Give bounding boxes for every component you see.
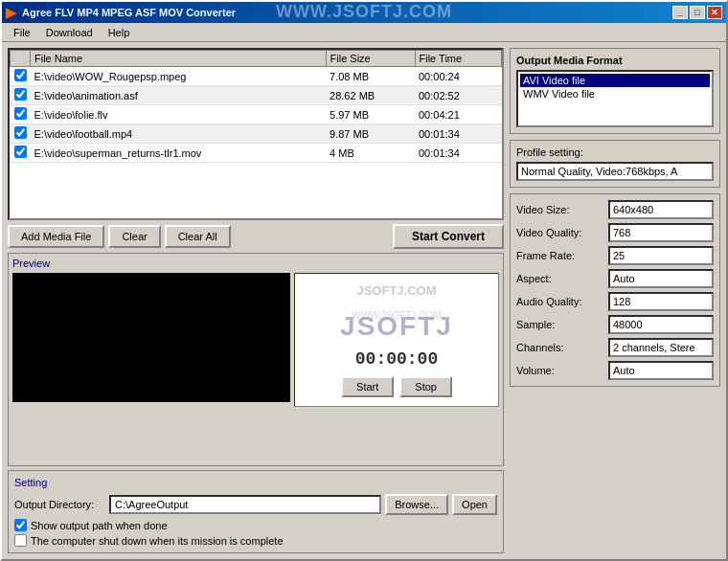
shutdown-row: The computer shut down when its mission … (14, 534, 497, 547)
col-filename: File Name (31, 51, 327, 67)
output-dir-row: Output Directory: Browse... Open (14, 494, 497, 515)
preview-section: Preview JSOFTJ.COM WWW.JSOFTJ.COM JSOFTJ… (8, 253, 504, 466)
output-dir-label: Output Directory: (14, 499, 105, 510)
format-item-wmv[interactable]: WMV Video file (520, 87, 710, 101)
show-output-checkbox[interactable] (14, 519, 27, 531)
timer-display: 00:00:00 (355, 349, 438, 369)
window-title: Agree FLV MP4 MPEG ASF MOV Converter (22, 7, 236, 18)
row-checkbox-cell (11, 86, 31, 105)
play-start-button[interactable]: Start (341, 376, 394, 397)
right-panel: Output Media Format AVI Video file WMV V… (510, 48, 720, 553)
show-output-label: Show output path when done (31, 520, 168, 531)
table-row: E:\video\football.mp4 9.87 MB 00:01:34 (11, 124, 502, 144)
menu-file[interactable]: File (6, 25, 38, 40)
file-table: File Name File Size File Time E:\video\W… (10, 50, 502, 163)
preview-watermark2: WWW.JSOFTJ.COM (352, 310, 441, 321)
video-size-row: Video Size: 640x480 (516, 200, 714, 219)
row-checkbox-cell (11, 124, 31, 144)
frame-rate-label: Frame Rate: (516, 250, 593, 261)
title-bar-text: ▶ Agree FLV MP4 MPEG ASF MOV Converter (6, 5, 236, 20)
browse-button[interactable]: Browse... (385, 494, 448, 515)
preview-controls: JSOFTJ.COM WWW.JSOFTJ.COM JSOFTJ 00:00:0… (294, 273, 499, 407)
sample-dropdown[interactable]: 48000 (608, 315, 714, 334)
main-window: ▶ Agree FLV MP4 MPEG ASF MOV Converter W… (0, 0, 728, 561)
video-size-label: Video Size: (516, 204, 593, 215)
output-format-section: Output Media Format AVI Video file WMV V… (510, 48, 720, 134)
volume-label: Volume: (516, 365, 593, 376)
aspect-dropdown[interactable]: Auto (608, 269, 714, 288)
output-dir-input[interactable] (109, 495, 381, 514)
settings-grid: Video Size: 640x480 Video Quality: 768 F… (510, 193, 720, 387)
row-checkbox[interactable] (14, 107, 27, 120)
add-media-button[interactable]: Add Media File (8, 225, 104, 248)
row-filetime: 00:04:21 (415, 105, 502, 124)
frame-rate-row: Frame Rate: 25 (516, 246, 714, 265)
window-controls: _ □ ✕ (672, 6, 722, 19)
row-filename: E:\video\WOW_Rougepsp.mpeg (31, 67, 327, 86)
file-table-container: File Name File Size File Time E:\video\W… (8, 48, 504, 220)
audio-quality-dropdown[interactable]: 128 (608, 292, 714, 311)
shutdown-label: The computer shut down when its mission … (31, 535, 284, 547)
menu-download[interactable]: Download (38, 25, 101, 40)
video-quality-label: Video Quality: (516, 227, 593, 238)
video-quality-row: Video Quality: 768 (516, 223, 714, 242)
open-button[interactable]: Open (452, 494, 497, 515)
preview-inner: JSOFTJ.COM WWW.JSOFTJ.COM JSOFTJ 00:00:0… (12, 273, 499, 407)
channels-label: Channels: (516, 342, 593, 353)
start-convert-button[interactable]: Start Convert (393, 224, 504, 249)
maximize-button[interactable]: □ (690, 6, 705, 19)
row-filesize: 9.87 MB (326, 124, 415, 144)
channels-dropdown[interactable]: 2 channels, Stere (608, 338, 714, 357)
format-item-avi[interactable]: AVI Video file (520, 74, 710, 87)
frame-rate-dropdown[interactable]: 25 (608, 246, 714, 265)
profile-setting-label: Profile setting: (516, 146, 714, 158)
sample-row: Sample: 48000 (516, 315, 714, 334)
toolbar: Add Media File Clear Clear All Start Con… (8, 224, 504, 249)
audio-quality-row: Audio Quality: 128 (516, 292, 714, 311)
row-filetime: 00:00:24 (415, 67, 502, 86)
audio-quality-label: Audio Quality: (516, 296, 593, 307)
volume-dropdown[interactable]: Auto (608, 361, 714, 380)
sample-label: Sample: (516, 319, 593, 330)
row-filetime: 00:02:52 (415, 86, 502, 105)
setting-section: Setting Output Directory: Browse... Open… (8, 470, 504, 553)
row-filesize: 4 MB (326, 144, 415, 163)
row-checkbox[interactable] (14, 88, 27, 101)
row-checkbox[interactable] (14, 126, 27, 139)
col-filetime: File Time (415, 51, 502, 67)
title-bar: ▶ Agree FLV MP4 MPEG ASF MOV Converter W… (2, 2, 726, 23)
close-button[interactable]: ✕ (707, 6, 722, 19)
aspect-row: Aspect: Auto (516, 269, 714, 288)
channels-row: Channels: 2 channels, Stere (516, 338, 714, 357)
profile-dropdown[interactable]: Normal Quality, Video:768kbps, A (516, 162, 714, 181)
row-checkbox[interactable] (14, 146, 27, 158)
table-row: E:\video\folie.flv 5.97 MB 00:04:21 (11, 105, 502, 124)
volume-row: Volume: Auto (516, 361, 714, 380)
row-filename: E:\video\animation.asf (31, 86, 327, 105)
play-buttons: Start Stop (341, 376, 452, 397)
profile-section: Profile setting: Normal Quality, Video:7… (510, 140, 720, 188)
clear-button[interactable]: Clear (108, 225, 160, 248)
row-filesize: 7.08 MB (326, 67, 415, 86)
row-checkbox[interactable] (14, 69, 27, 81)
preview-label: Preview (12, 258, 499, 269)
menu-help[interactable]: Help (101, 25, 138, 40)
video-quality-dropdown[interactable]: 768 (608, 223, 714, 242)
video-size-dropdown[interactable]: 640x480 (608, 200, 714, 219)
clear-all-button[interactable]: Clear All (165, 225, 231, 248)
row-filetime: 00:01:34 (415, 144, 502, 163)
row-checkbox-cell (11, 67, 31, 86)
output-format-title: Output Media Format (516, 55, 714, 66)
shutdown-checkbox[interactable] (14, 534, 27, 547)
table-row: E:\video\WOW_Rougepsp.mpeg 7.08 MB 00:00… (11, 67, 502, 86)
preview-watermark1: JSOFTJ.COM (356, 283, 436, 298)
main-content: File Name File Size File Time E:\video\W… (2, 42, 726, 559)
minimize-button[interactable]: _ (672, 6, 688, 19)
row-checkbox-cell (11, 105, 31, 124)
menu-bar: File Download Help (2, 23, 726, 42)
show-output-row: Show output path when done (14, 519, 497, 531)
col-filesize: File Size (326, 51, 415, 67)
app-icon: ▶ (6, 5, 16, 20)
row-checkbox-cell (11, 144, 31, 163)
play-stop-button[interactable]: Stop (399, 376, 452, 397)
